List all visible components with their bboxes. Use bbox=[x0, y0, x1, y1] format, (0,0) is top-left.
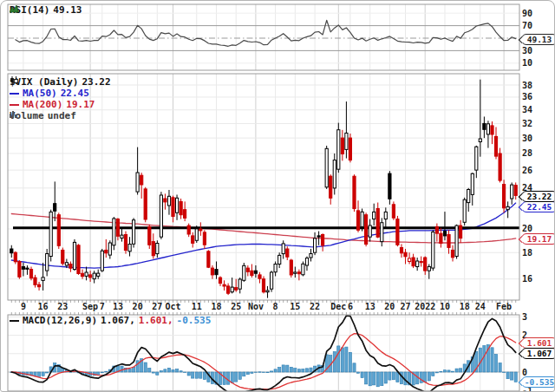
tick-label: 20 bbox=[384, 302, 395, 311]
tick-label: Sep bbox=[82, 302, 98, 311]
ma50-value-callout: 22.45 bbox=[521, 201, 555, 212]
volume-icon bbox=[10, 110, 18, 118]
tick-label: Dec bbox=[330, 302, 346, 311]
tick-label: Oct bbox=[165, 302, 180, 311]
tick-label: 13 bbox=[365, 302, 375, 311]
x-axis-labels: 91623Sep7132027Oct111825Nov81522Dec61320… bbox=[21, 302, 512, 311]
rsi-legend-value: 49.13 bbox=[53, 4, 82, 16]
ma200-legend-label: MA(200) bbox=[23, 99, 62, 110]
tick-label: 27 bbox=[401, 302, 411, 311]
tick-label: 30 bbox=[522, 46, 532, 56]
tick-label: 32 bbox=[522, 119, 532, 128]
tick-label: 34 bbox=[522, 105, 532, 114]
horizontal-gridlines bbox=[8, 13, 519, 390]
tick-label: 27 bbox=[152, 302, 162, 311]
tick-label: 20 bbox=[133, 302, 143, 311]
candles bbox=[10, 80, 518, 298]
rsi-legend: RSI(14) 49.13 bbox=[10, 4, 82, 16]
tick-label: 7 bbox=[100, 302, 105, 311]
tick-label: 28 bbox=[522, 148, 532, 158]
tick-label: 22 bbox=[310, 302, 320, 311]
stockchart: 90703010383634323028262422201816320-1916… bbox=[0, 0, 555, 392]
ma200-legend: MA(200) 19.17 bbox=[10, 99, 95, 110]
tick-label: 3 bbox=[522, 312, 527, 322]
ma50-line-icon bbox=[10, 93, 19, 95]
price-legend-title: $VIX (Daily) bbox=[10, 76, 78, 88]
macd-legend-value: 1.067, bbox=[101, 315, 135, 326]
tick-label: 20 bbox=[522, 224, 532, 233]
rsi-indicator-icon bbox=[10, 4, 19, 13]
tick-label: Nov bbox=[248, 302, 264, 311]
ma200-legend-value: 19.17 bbox=[66, 99, 95, 110]
tick-label: 30 bbox=[522, 134, 532, 143]
macd-line-callout: 1.067 bbox=[521, 348, 555, 359]
rsi-value-callout: 49.13 bbox=[521, 34, 555, 45]
tick-label: 16 bbox=[522, 274, 532, 284]
macd-histogram bbox=[10, 345, 518, 387]
ma50-legend-label: MA(50) bbox=[23, 88, 57, 99]
tick-label: 24 bbox=[475, 302, 486, 311]
tick-label: 90 bbox=[522, 9, 532, 18]
macd-legend: MACD(12,26,9) 1.067, 1.601, -0.535 bbox=[10, 315, 211, 326]
ma50-legend: MA(50) 22.45 bbox=[10, 88, 89, 99]
tick-label: 13 bbox=[113, 302, 123, 311]
tick-label: 16 bbox=[38, 302, 49, 311]
tick-label: 2022 bbox=[415, 302, 435, 311]
macd-legend-label: MACD(12,26,9) bbox=[23, 315, 97, 326]
tick-label: 9 bbox=[21, 302, 26, 311]
candlestick-icon bbox=[10, 76, 18, 85]
ma200-line-icon bbox=[10, 104, 19, 106]
tick-label: Feb bbox=[496, 302, 512, 311]
panel-frames bbox=[8, 4, 519, 391]
volume-legend-value: undef bbox=[48, 110, 76, 121]
macd-signal-value: 1.601, bbox=[139, 315, 173, 326]
tick-label: 0 bbox=[522, 368, 527, 377]
price-legend: $VIX (Daily) 23.22 bbox=[10, 76, 111, 88]
ma200-value-callout: 19.17 bbox=[521, 233, 555, 245]
tick-label: 10 bbox=[522, 58, 532, 68]
tick-label: 18 bbox=[522, 248, 532, 258]
tick-label: 18 bbox=[460, 302, 470, 311]
chart-canvas: 90703010383634323028262422201816320-1916… bbox=[1, 1, 554, 391]
tick-label: 8 bbox=[273, 302, 278, 311]
tick-label: 6 bbox=[348, 302, 353, 311]
vertical-gridlines bbox=[23, 4, 504, 391]
tick-label: 15 bbox=[290, 302, 300, 311]
tick-label: 26 bbox=[522, 166, 532, 175]
tick-label: 10 bbox=[440, 302, 450, 311]
tick-label: 70 bbox=[522, 21, 532, 30]
macd-line-icon bbox=[10, 320, 19, 322]
tick-label: 23 bbox=[57, 302, 68, 311]
tick-label: 25 bbox=[231, 302, 241, 311]
ma50-legend-value: 22.45 bbox=[61, 88, 89, 99]
last-price-callout: 23.22 bbox=[521, 191, 555, 202]
macd-hist-value: -0.535 bbox=[177, 315, 212, 326]
volume-legend: Volume undef bbox=[10, 110, 76, 121]
tick-label: 11 bbox=[192, 302, 202, 311]
macd-hist-callout: -0.535 bbox=[521, 376, 555, 388]
tick-label: 38 bbox=[522, 81, 532, 90]
tick-label: 36 bbox=[522, 92, 532, 101]
price-legend-value: 23.22 bbox=[82, 76, 110, 88]
tick-label: 18 bbox=[211, 302, 221, 311]
